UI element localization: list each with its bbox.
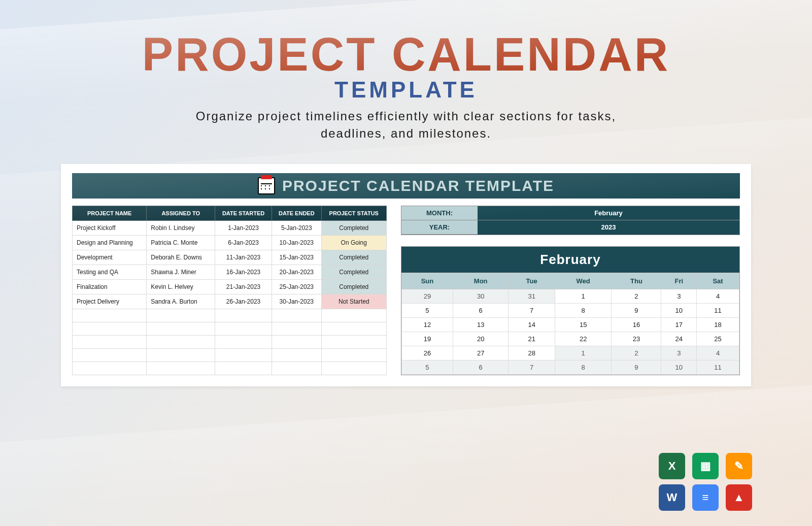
calendar-day-cell: 30 — [453, 289, 508, 304]
calendar-day-header: Fri — [661, 273, 697, 289]
calendar-day-header: Mon — [453, 273, 508, 289]
year-value: 2023 — [478, 220, 739, 235]
calendar-day-cell: 19 — [402, 332, 453, 346]
mini-calendar: February SunMonTueWedThuFriSat 293031123… — [401, 246, 740, 375]
year-label: YEAR: — [401, 220, 478, 235]
cell-assigned-to: Sandra A. Burton — [147, 294, 215, 309]
calendar-day-cell: 8 — [555, 360, 611, 375]
calendar-day-cell: 24 — [661, 332, 697, 346]
cell-status: Completed — [321, 250, 387, 265]
table-row: FinalizationKevin L. Helvey21-Jan-202325… — [73, 280, 387, 294]
cell-date-ended: 25-Jan-2023 — [272, 280, 321, 294]
calendar-week-row: 2627281234 — [402, 346, 739, 360]
table-row-empty — [73, 349, 387, 362]
cell-date-ended: 30-Jan-2023 — [272, 294, 321, 309]
cell-status: On Going — [321, 236, 387, 250]
calendar-day-cell: 18 — [697, 318, 739, 332]
calendar-day-cell: 8 — [555, 304, 611, 318]
calendar-day-cell: 11 — [697, 304, 739, 318]
calendar-day-header: Sat — [697, 273, 739, 289]
calendar-day-cell: 27 — [453, 346, 508, 360]
google-sheets-icon[interactable]: ▦ — [692, 453, 719, 479]
cell-date-started: 21-Jan-2023 — [215, 280, 272, 294]
calendar-day-cell: 15 — [555, 318, 611, 332]
cell-date-started: 26-Jan-2023 — [215, 294, 272, 309]
calendar-day-cell: 2 — [612, 346, 661, 360]
calendar-day-cell: 4 — [697, 289, 739, 304]
table-row-empty — [73, 309, 387, 322]
calendar-day-cell: 3 — [661, 289, 697, 304]
calendar-day-cell: 1 — [555, 346, 611, 360]
table-row-empty — [73, 336, 387, 349]
calendar-day-cell: 9 — [612, 360, 661, 375]
cell-date-started: 11-Jan-2023 — [215, 250, 272, 265]
calendar-day-header: Wed — [555, 273, 611, 289]
cell-project-name: Finalization — [73, 280, 147, 294]
description-line: Organize project timelines efficiently w… — [196, 109, 617, 123]
cell-assigned-to: Deborah E. Downs — [147, 250, 215, 265]
cell-date-started: 16-Jan-2023 — [215, 265, 272, 280]
table-row: DevelopmentDeborah E. Downs11-Jan-202315… — [73, 250, 387, 265]
calendar-day-header: Thu — [612, 273, 661, 289]
calendar-day-cell: 7 — [509, 360, 555, 375]
calendar-day-cell: 25 — [697, 332, 739, 346]
calendar-day-cell: 14 — [509, 318, 555, 332]
calendar-week-row: 12131415161718 — [402, 318, 739, 332]
calendar-day-cell: 21 — [509, 332, 555, 346]
calendar-icon — [258, 177, 275, 194]
calendar-day-cell: 4 — [697, 346, 739, 360]
calendar-week-row: 2930311234 — [402, 289, 739, 304]
cell-project-name: Development — [73, 250, 147, 265]
calendar-day-cell: 6 — [453, 304, 508, 318]
calendar-day-cell: 11 — [697, 360, 739, 375]
calendar-day-cell: 6 — [453, 360, 508, 375]
calendar-day-cell: 29 — [402, 289, 453, 304]
calendar-day-cell: 2 — [612, 289, 661, 304]
table-row-empty — [73, 362, 387, 375]
cell-assigned-to: Shawna J. Miner — [147, 265, 215, 280]
cell-project-name: Testing and QA — [73, 265, 147, 280]
calendar-day-header: Tue — [509, 273, 555, 289]
cell-date-ended: 20-Jan-2023 — [272, 265, 321, 280]
calendar-day-cell: 26 — [402, 346, 453, 360]
table-row-empty — [73, 322, 387, 336]
calendar-day-cell: 10 — [661, 304, 697, 318]
calendar-day-header: Sun — [402, 273, 453, 289]
table-row: Testing and QAShawna J. Miner16-Jan-2023… — [73, 265, 387, 280]
calendar-day-cell: 5 — [402, 304, 453, 318]
calendar-day-cell: 16 — [612, 318, 661, 332]
cell-status: Not Started — [321, 294, 387, 309]
cell-status: Completed — [321, 265, 387, 280]
cell-status: Completed — [321, 280, 387, 294]
calendar-day-cell: 20 — [453, 332, 508, 346]
cell-date-ended: 15-Jan-2023 — [272, 250, 321, 265]
calendar-day-cell: 1 — [555, 289, 611, 304]
calendar-day-cell: 17 — [661, 318, 697, 332]
description-line: deadlines, and milestones. — [321, 126, 491, 140]
cell-date-started: 6-Jan-2023 — [215, 236, 272, 250]
pdf-icon[interactable]: ▲ — [726, 484, 752, 511]
calendar-week-row: 19202122232425 — [402, 332, 739, 346]
cell-project-name: Project Delivery — [73, 294, 147, 309]
calendar-day-cell: 5 — [402, 360, 453, 375]
calendar-day-cell: 23 — [612, 332, 661, 346]
calendar-day-cell: 9 — [612, 304, 661, 318]
table-row: Project DeliverySandra A. Burton26-Jan-2… — [73, 294, 387, 309]
calendar-day-cell: 28 — [509, 346, 555, 360]
calendar-day-cell: 22 — [555, 332, 611, 346]
calendar-day-cell: 3 — [661, 346, 697, 360]
cell-assigned-to: Kevin L. Helvey — [147, 280, 215, 294]
calendar-day-cell: 10 — [661, 360, 697, 375]
excel-icon[interactable]: X — [659, 453, 685, 479]
word-icon[interactable]: W — [659, 484, 685, 511]
mini-calendar-title: February — [401, 247, 739, 273]
apple-pages-icon[interactable]: ✎ — [726, 453, 752, 479]
calendar-day-cell: 12 — [402, 318, 453, 332]
calendar-day-cell: 13 — [453, 318, 508, 332]
google-docs-icon[interactable]: ≡ — [692, 484, 719, 511]
calendar-day-cell: 7 — [509, 304, 555, 318]
calendar-day-cell: 31 — [509, 289, 555, 304]
format-icons: X ▦ ✎ W ≡ ▲ — [659, 453, 752, 511]
calendar-week-row: 567891011 — [402, 360, 739, 375]
cell-date-ended: 10-Jan-2023 — [272, 236, 321, 250]
